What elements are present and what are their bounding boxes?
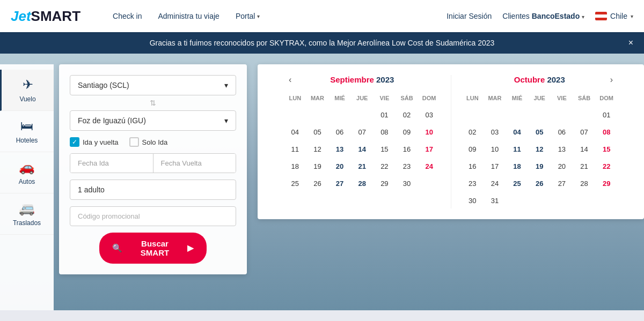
calendar-day[interactable]: 28 [355,176,370,191]
calendar-day[interactable]: 02 [399,107,414,122]
calendar-day[interactable]: 14 [577,141,592,156]
country-dropdown-icon: ▾ [631,13,633,19]
calendar-day[interactable]: 04 [288,124,303,139]
calendar-day[interactable]: 05 [310,124,325,139]
calendar-day[interactable]: 13 [332,141,347,156]
date-ida-placeholder: Fecha Ida [78,159,109,167]
solo-ida-box[interactable] [129,137,139,147]
calendar-day[interactable]: 08 [599,124,614,139]
search-icon: 🔍 [112,243,122,253]
search-button[interactable]: 🔍 Buscar SMART ▶ [99,233,207,264]
calendar-day[interactable]: 15 [599,141,614,156]
calendar-day[interactable]: 15 [377,141,392,156]
calendar-day[interactable]: 26 [310,176,325,191]
calendar-day[interactable]: 22 [377,159,392,174]
calendar-day[interactable]: 02 [465,124,480,139]
calendar-day[interactable]: 17 [422,141,437,156]
calendar-day[interactable]: 27 [332,176,347,191]
swap-container: ⇅ [70,99,236,107]
calendar-day[interactable]: 25 [510,176,525,191]
date-ida-field[interactable]: Fecha Ida [70,154,153,173]
banner-close-button[interactable]: × [628,38,633,48]
calendar-day[interactable]: 30 [465,193,480,208]
solo-ida-checkbox[interactable]: Solo Ida [129,137,168,147]
destination-chevron: ▾ [224,116,228,125]
sidebar-item-autos[interactable]: 🚗 Autos [0,152,54,193]
calendar-day[interactable]: 10 [487,141,502,156]
destination-select[interactable]: Foz de Iguazú (IGU) ▾ [70,110,236,131]
calendar-day[interactable]: 18 [288,159,303,174]
calendar-day[interactable]: 26 [532,176,547,191]
calendar-day[interactable]: 08 [377,124,392,139]
ida-vuelta-checkbox[interactable]: ✓ Ida y vuelta [70,137,119,147]
calendar-day[interactable]: 23 [465,176,480,191]
empty-day [487,107,502,122]
promo-field[interactable]: Código promocional [70,206,236,226]
header-right: Iniciar Sesión Clientes BancoEstado ▾ Ch… [447,12,633,20]
calendar-day[interactable]: 16 [465,159,480,174]
calendar-day[interactable]: 06 [554,124,569,139]
calendar-day[interactable]: 28 [577,176,592,191]
sidebar-item-traslados[interactable]: 🚐 Traslados [0,193,54,235]
calendar-day[interactable]: 29 [377,176,392,191]
passengers-field[interactable]: 1 adulto [70,180,236,200]
calendar-day[interactable]: 11 [288,141,303,156]
sidebar-item-hoteles[interactable]: 🛏 Hoteles [0,111,54,152]
calendar-day[interactable]: 21 [355,159,370,174]
calendar-day[interactable]: 31 [487,193,502,208]
calendar-day[interactable]: 03 [422,107,437,122]
sidebar-item-vuelo[interactable]: ✈ Vuelo [0,70,54,111]
cal2-month-name: Octubre [514,75,545,84]
calendar-day[interactable]: 07 [577,124,592,139]
cal-next-button[interactable]: › [606,73,617,87]
calendar-day[interactable]: 06 [332,124,347,139]
cal-prev-button[interactable]: ‹ [284,73,296,87]
calendar-day[interactable]: 05 [532,124,547,139]
ida-vuelta-box[interactable]: ✓ [70,137,79,147]
calendar-day[interactable]: 09 [465,141,480,156]
day-header: MIÉ [507,93,528,106]
origin-select[interactable]: Santiago (SCL) ▾ [70,75,236,95]
calendar-month-1: ‹ Septiembre 2023 LUNMARMIÉJUEVIESÁBDOM0… [274,75,451,208]
nav-admin[interactable]: Administra tu viaje [158,12,219,20]
calendar-day[interactable]: 21 [577,159,592,174]
country-selector[interactable]: Chile ▾ [595,12,633,20]
calendar-day[interactable]: 13 [554,141,569,156]
calendar-day[interactable]: 04 [510,124,525,139]
empty-day [465,107,480,122]
calendar-day[interactable]: 22 [599,159,614,174]
calendar-day[interactable]: 19 [310,159,325,174]
calendar-day[interactable]: 10 [422,124,437,139]
calendar-day[interactable]: 16 [399,141,414,156]
empty-day [355,107,370,122]
calendar-day[interactable]: 23 [399,159,414,174]
calendar-day[interactable]: 20 [554,159,569,174]
nav-clientes[interactable]: Clientes BancoEstado ▾ [502,12,584,20]
nav-checkin[interactable]: Check in [113,12,142,20]
calendar-day[interactable]: 24 [422,159,437,174]
calendar-day[interactable]: 24 [487,176,502,191]
calendar-day[interactable]: 01 [377,107,392,122]
calendar-day[interactable]: 18 [510,159,525,174]
calendar-day[interactable]: 12 [310,141,325,156]
calendar-day[interactable]: 19 [532,159,547,174]
calendar-day[interactable]: 09 [399,124,414,139]
nav-login[interactable]: Iniciar Sesión [447,12,492,20]
portal-dropdown-icon: ▾ [257,13,260,19]
calendar-day[interactable]: 12 [532,141,547,156]
calendar-day[interactable]: 29 [599,176,614,191]
calendar-day[interactable]: 20 [332,159,347,174]
calendar-day[interactable]: 30 [399,176,414,191]
calendar-day[interactable]: 27 [554,176,569,191]
calendar-day[interactable]: 14 [355,141,370,156]
calendar-day[interactable]: 01 [599,107,614,122]
day-header: LUN [284,93,306,106]
calendar-day[interactable]: 11 [510,141,525,156]
day-header: DOM [596,93,617,106]
calendar-day[interactable]: 17 [487,159,502,174]
calendar-day[interactable]: 03 [487,124,502,139]
calendar-day[interactable]: 25 [288,176,303,191]
calendar-day[interactable]: 07 [355,124,370,139]
date-vuelta-field[interactable]: Fecha Vuelta [153,154,236,173]
nav-portal[interactable]: Portal ▾ [236,12,260,20]
